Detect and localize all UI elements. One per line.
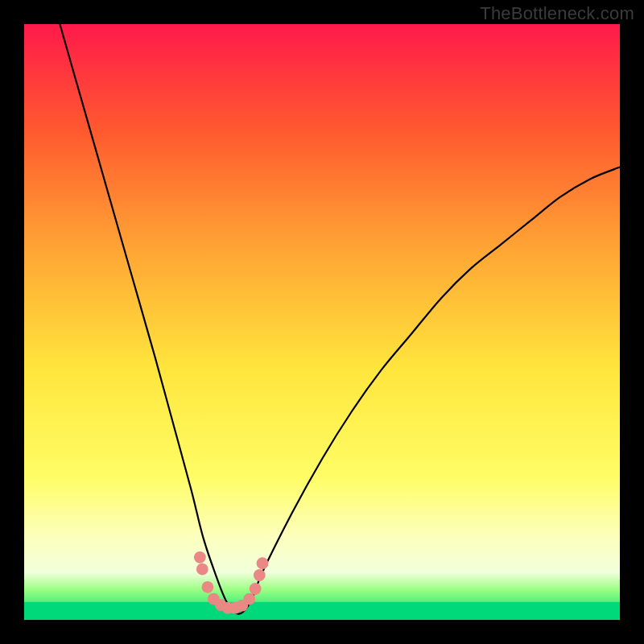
bottleneck-chart [0,0,644,644]
trough-marker [202,581,214,593]
trough-marker [250,583,262,595]
trough-marker [257,557,269,569]
trough-marker [194,551,206,564]
trough-marker [254,569,266,581]
trough-marker [196,564,208,576]
watermark-text: TheBottleneck.com [480,3,634,24]
trough-marker [243,593,255,605]
chart-stage: TheBottleneck.com [0,0,644,644]
green-baseline [24,602,620,620]
plot-area [24,24,620,620]
